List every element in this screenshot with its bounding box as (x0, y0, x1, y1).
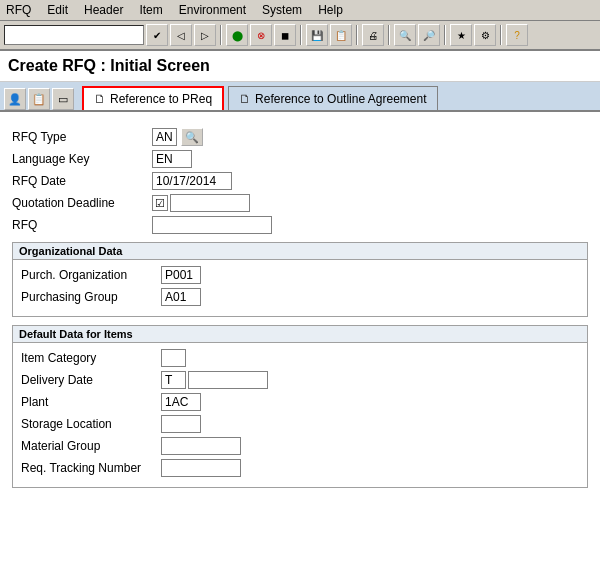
menu-header[interactable]: Header (82, 2, 125, 18)
box-icon-btn[interactable]: ▭ (52, 88, 74, 110)
clipboard-icon: 📋 (32, 93, 46, 106)
rfq-type-search-btn[interactable]: 🔍 (181, 128, 203, 146)
menu-system[interactable]: System (260, 2, 304, 18)
person-icon-btn[interactable]: 👤 (4, 88, 26, 110)
tab1-label: Reference to PReq (110, 92, 212, 106)
items-section-content: Item Category Delivery Date Plant Storag… (13, 343, 587, 487)
page-title: Create RFQ : Initial Screen (0, 51, 600, 82)
tab-reference-outline[interactable]: 🗋 Reference to Outline Agreement (228, 86, 437, 110)
tab2-doc-icon: 🗋 (239, 92, 251, 106)
tab-icon-group: 👤 📋 ▭ (4, 88, 74, 110)
rfq-date-row: RFQ Date (12, 172, 588, 190)
save-btn[interactable]: 💾 (306, 24, 328, 46)
plant-label: Plant (21, 395, 161, 409)
nav-back-btn[interactable]: ◁ (170, 24, 192, 46)
material-group-input[interactable] (161, 437, 241, 455)
nav-forward-btn[interactable]: ▷ (194, 24, 216, 46)
language-key-row: Language Key (12, 150, 588, 168)
cancel-btn[interactable]: ⊗ (250, 24, 272, 46)
stop-btn[interactable]: ◼ (274, 24, 296, 46)
purch-org-input[interactable] (161, 266, 201, 284)
quotation-deadline-checkbox[interactable]: ☑ (152, 195, 168, 211)
purchasing-group-input[interactable] (161, 288, 201, 306)
nav-checkmark-btn[interactable]: ✔ (146, 24, 168, 46)
rfq-label: RFQ (12, 218, 152, 232)
language-key-input[interactable] (152, 150, 192, 168)
box-icon: ▭ (58, 93, 68, 106)
menu-edit[interactable]: Edit (45, 2, 70, 18)
print-btn[interactable]: 🖨 (362, 24, 384, 46)
material-group-label: Material Group (21, 439, 161, 453)
menu-item[interactable]: Item (137, 2, 164, 18)
language-key-label: Language Key (12, 152, 152, 166)
continue-btn[interactable]: ⬤ (226, 24, 248, 46)
purch-org-label: Purch. Organization (21, 268, 161, 282)
find-next-btn[interactable]: 🔎 (418, 24, 440, 46)
toolbar-separator-1 (220, 25, 222, 45)
settings-btn[interactable]: ⚙ (474, 24, 496, 46)
rfq-type-row: RFQ Type 🔍 (12, 128, 588, 146)
material-group-row: Material Group (21, 437, 579, 455)
items-section-title: Default Data for Items (13, 326, 587, 343)
req-tracking-row: Req. Tracking Number (21, 459, 579, 477)
toolbar-separator-3 (356, 25, 358, 45)
purchasing-group-row: Purchasing Group (21, 288, 579, 306)
quotation-deadline-input[interactable] (170, 194, 250, 212)
storage-location-row: Storage Location (21, 415, 579, 433)
command-input[interactable] (4, 25, 144, 45)
plant-row: Plant (21, 393, 579, 411)
find-btn[interactable]: 🔍 (394, 24, 416, 46)
org-section-title: Organizational Data (13, 243, 587, 260)
tab1-doc-icon: 🗋 (94, 92, 106, 106)
form-area: RFQ Type 🔍 Language Key RFQ Date Quotati… (0, 112, 600, 506)
menu-rfq[interactable]: RFQ (4, 2, 33, 18)
toolbar-separator-6 (500, 25, 502, 45)
quotation-deadline-row: Quotation Deadline ☑ (12, 194, 588, 212)
favorites-btn[interactable]: ★ (450, 24, 472, 46)
rfq-type-label: RFQ Type (12, 130, 152, 144)
items-section: Default Data for Items Item Category Del… (12, 325, 588, 488)
tab-reference-preq[interactable]: 🗋 Reference to PReq (82, 86, 224, 110)
rfq-row: RFQ (12, 216, 588, 234)
rfq-type-input[interactable] (152, 128, 177, 146)
toolbar-separator-2 (300, 25, 302, 45)
storage-location-input[interactable] (161, 415, 201, 433)
tab2-label: Reference to Outline Agreement (255, 92, 426, 106)
rfq-date-input[interactable] (152, 172, 232, 190)
menu-help[interactable]: Help (316, 2, 345, 18)
rfq-date-label: RFQ Date (12, 174, 152, 188)
delivery-date-label: Delivery Date (21, 373, 161, 387)
toolbar-separator-4 (388, 25, 390, 45)
req-tracking-input[interactable] (161, 459, 241, 477)
rfq-input[interactable] (152, 216, 272, 234)
person-icon: 👤 (8, 93, 22, 106)
tab-bar: 👤 📋 ▭ 🗋 Reference to PReq 🗋 Reference to… (0, 82, 600, 112)
menu-environment[interactable]: Environment (177, 2, 248, 18)
purch-org-row: Purch. Organization (21, 266, 579, 284)
req-tracking-label: Req. Tracking Number (21, 461, 161, 475)
quotation-deadline-label: Quotation Deadline (12, 196, 152, 210)
plant-input[interactable] (161, 393, 201, 411)
item-category-input[interactable] (161, 349, 186, 367)
delivery-date-date-input[interactable] (188, 371, 268, 389)
menu-bar: RFQ Edit Header Item Environment System … (0, 0, 600, 21)
shortcut-btn[interactable]: 📋 (330, 24, 352, 46)
delivery-date-row: Delivery Date (21, 371, 579, 389)
purchasing-group-label: Purchasing Group (21, 290, 161, 304)
toolbar: ✔ ◁ ▷ ⬤ ⊗ ◼ 💾 📋 🖨 🔍 🔎 ★ ⚙ ? (0, 21, 600, 51)
org-section: Organizational Data Purch. Organization … (12, 242, 588, 317)
help-btn[interactable]: ? (506, 24, 528, 46)
clipboard-icon-btn[interactable]: 📋 (28, 88, 50, 110)
org-section-content: Purch. Organization Purchasing Group (13, 260, 587, 316)
toolbar-separator-5 (444, 25, 446, 45)
item-category-row: Item Category (21, 349, 579, 367)
item-category-label: Item Category (21, 351, 161, 365)
delivery-date-input[interactable] (161, 371, 186, 389)
storage-location-label: Storage Location (21, 417, 161, 431)
